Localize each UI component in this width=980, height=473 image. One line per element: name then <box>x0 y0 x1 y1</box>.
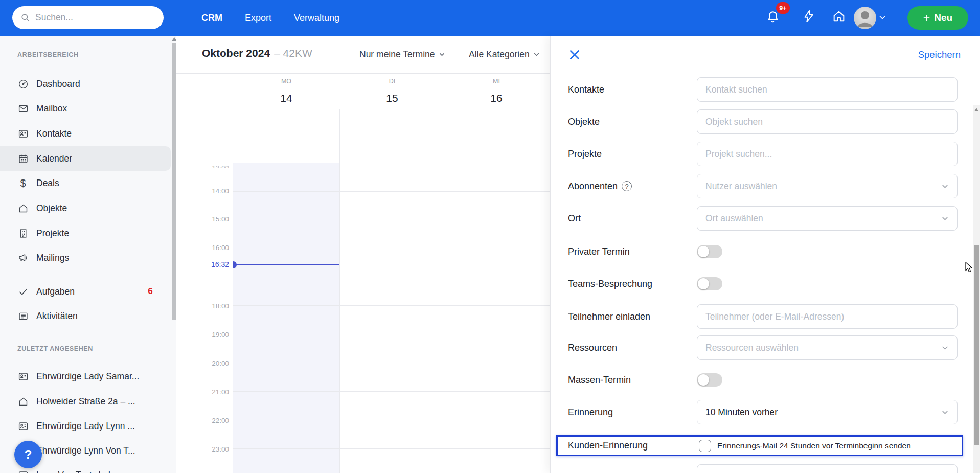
recent-item-label: Ehrwürdige Lady Samar... <box>36 371 139 382</box>
teams-besprechung-toggle[interactable] <box>697 277 722 290</box>
calendar-title: Oktober 2024 – 42KW <box>202 47 312 59</box>
sidebar-item-objekte[interactable]: Objekte <box>0 196 171 220</box>
form-row-objekte: Objekte <box>568 109 962 134</box>
chevron-down-icon <box>941 409 949 416</box>
time-label: 16:00 <box>191 244 229 252</box>
sidebar-item-aufgaben[interactable]: Aufgaben 6 <box>0 279 171 304</box>
dollar-icon: $ <box>17 177 29 189</box>
nav-export[interactable]: Export <box>245 13 271 24</box>
sidebar-item-mailings[interactable]: Mailings <box>0 245 171 270</box>
mail-icon <box>17 103 29 114</box>
sidebar-item-label: Kalender <box>36 153 72 164</box>
day-name-di: DI <box>367 78 418 85</box>
check-icon <box>17 286 29 297</box>
home-icon <box>17 202 29 214</box>
sidebar-item-aktivitaeten[interactable]: Aktivitäten <box>0 304 171 328</box>
ort-select[interactable]: Ort auswählen <box>697 206 958 231</box>
help-circle-icon[interactable]: ? <box>622 181 632 191</box>
ressourcen-select[interactable]: Ressourcen auswählen <box>697 335 958 360</box>
field-label: Erinnerung <box>568 400 613 424</box>
massen-termin-toggle[interactable] <box>697 373 722 387</box>
form-row-massen-termin: Massen-Termin <box>568 368 962 392</box>
chevron-down-icon <box>941 344 949 352</box>
sidebar-item-dashboard[interactable]: Dashboard <box>0 72 171 96</box>
new-button[interactable]: + Neu <box>907 6 968 30</box>
sidebar-item-mailbox[interactable]: Mailbox <box>0 96 171 121</box>
recent-item[interactable]: Ehrwürdige Lady Lynn ... <box>0 414 171 438</box>
checkbox-label: Erinnerungs-Mail 24 Stunden vor Terminbe… <box>717 441 911 451</box>
recent-item[interactable]: Holweider Straße 2a – ... <box>0 389 171 414</box>
sidebar-item-deals[interactable]: $ Deals <box>0 171 171 195</box>
home-icon <box>17 396 29 407</box>
toggle-knob <box>698 374 709 386</box>
chevron-down-icon[interactable] <box>878 13 886 21</box>
section-recent: ZULETZT ANGESEHEN <box>17 345 93 352</box>
search-input[interactable] <box>35 12 143 23</box>
recent-item-label: Ehrwürdige Lynn Von T... <box>36 445 135 456</box>
time-label: 14:00 <box>191 187 229 195</box>
plus-icon: + <box>923 12 930 24</box>
nav-crm[interactable]: CRM <box>201 13 222 24</box>
day-number-15[interactable]: 15 <box>367 92 418 104</box>
field-label: Objekte <box>568 109 600 134</box>
teilnehmer-input[interactable] <box>697 304 958 329</box>
scroll-up-arrow-icon[interactable] <box>974 108 978 111</box>
field-label: Projekte <box>568 142 602 166</box>
toggle-knob <box>698 278 709 289</box>
save-button[interactable]: Speichern <box>918 49 961 60</box>
day-number-14[interactable]: 14 <box>261 92 312 104</box>
nav-verwaltung[interactable]: Verwaltung <box>294 13 339 24</box>
current-time-label: 16:32 <box>191 260 229 268</box>
contact-card-icon <box>17 371 29 382</box>
calendar-month: Oktober 2024 <box>202 47 270 59</box>
form-row-ressourcen: Ressourcen Ressourcen auswählen <box>568 335 962 360</box>
sidebar-item-label: Aufgaben <box>36 286 75 297</box>
objekt-search-input[interactable] <box>697 109 958 134</box>
form-row-abonnenten: Abonnenten ? Nutzer auswählen <box>568 174 962 198</box>
toggle-knob <box>698 246 709 257</box>
sidebar-item-label: Deals <box>36 178 59 189</box>
field-label: Kunden-Erinnerung <box>568 440 648 451</box>
calendar-week-number: – 42KW <box>274 47 312 59</box>
time-label-clipped: 13:00 <box>191 164 229 168</box>
form-row-teams-besprechung: Teams-Besprechung <box>568 272 962 296</box>
field-label: Kontakte <box>568 77 604 102</box>
today-column-monday[interactable] <box>233 163 339 473</box>
lightning-icon[interactable] <box>802 9 816 24</box>
kontakt-search-input[interactable] <box>697 77 958 102</box>
time-label: 19:00 <box>191 331 229 339</box>
recent-item[interactable]: Ehrwürdige Lady Samar... <box>0 364 171 389</box>
next-field-partial[interactable] <box>697 464 958 473</box>
time-label: 15:00 <box>191 215 229 223</box>
chevron-down-icon <box>439 51 445 58</box>
nutzer-select[interactable]: Nutzer auswählen <box>697 174 958 198</box>
field-label: Teams-Besprechung <box>568 272 652 296</box>
panel-scrollbar[interactable] <box>973 105 980 473</box>
privater-termin-toggle[interactable] <box>697 245 722 258</box>
filter-categories[interactable]: Alle Kategorien <box>469 49 540 60</box>
time-label: 23:00 <box>191 445 229 453</box>
crm-app-window: CRM Export Verwaltung 9+ + Neu ARBEITSBE… <box>0 0 980 473</box>
calendar-icon <box>17 153 29 164</box>
projekt-search-input[interactable] <box>697 142 958 166</box>
scrollbar-thumb[interactable] <box>974 245 979 445</box>
day-name-mi: MI <box>471 78 522 85</box>
kunden-erinnerung-checkbox[interactable] <box>699 440 711 452</box>
form-row-kontakte: Kontakte <box>568 77 962 102</box>
day-number-16[interactable]: 16 <box>471 92 522 104</box>
user-avatar[interactable] <box>854 7 876 29</box>
sidebar-item-label: Mailings <box>36 253 69 263</box>
filter-my-appointments[interactable]: Nur meine Termine <box>359 49 445 60</box>
sidebar-item-projekte[interactable]: Projekte <box>0 221 171 245</box>
sidebar-item-kalender[interactable]: Kalender <box>0 146 171 171</box>
help-button[interactable]: ? <box>14 441 42 468</box>
field-label: Abonnenten ? <box>568 174 632 198</box>
global-search[interactable] <box>12 6 164 29</box>
time-label: 18:00 <box>191 302 229 310</box>
home-icon[interactable] <box>832 9 846 24</box>
sidebar-item-kontakte[interactable]: Kontakte <box>0 121 171 146</box>
erinnerung-select[interactable]: 10 Minuten vorher <box>697 400 958 424</box>
form-row-erinnerung: Erinnerung 10 Minuten vorher <box>568 400 962 424</box>
search-icon <box>20 13 30 22</box>
close-icon[interactable] <box>568 48 581 61</box>
